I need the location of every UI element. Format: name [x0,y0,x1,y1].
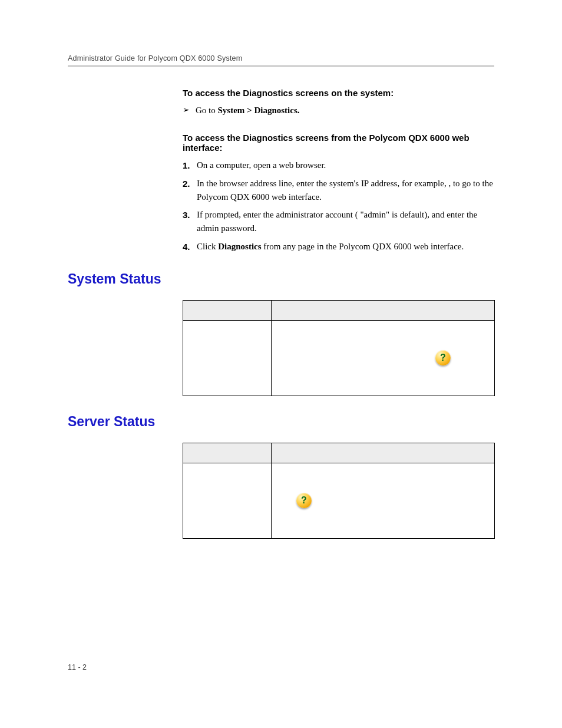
help-icon: ? [296,493,312,508]
step-number: 4. [183,240,197,253]
table-header-cell [183,443,272,463]
table-header-row [183,300,495,320]
procedure-2-list: 1. On a computer, open a web browser. 2.… [183,159,494,253]
table-cell [183,320,272,396]
table-header-row [183,443,495,463]
list-item: 1. On a computer, open a web browser. [183,159,494,172]
table-cell: ? [272,463,495,538]
step-text: If prompted, enter the administrator acc… [197,208,494,236]
server-status-table-wrap: ? [68,443,494,539]
step-4-pre: Click [197,242,218,251]
body-content: To access the Diagnostics screens on the… [68,88,494,253]
menu-path: System > Diagnostics. [218,106,300,115]
diagnostics-link-name: Diagnostics [218,242,261,251]
table-header-cell [272,300,495,320]
table-header-cell [183,300,272,320]
step-number: 2. [183,177,197,205]
list-item: 2. In the browser address line, enter th… [183,177,494,205]
step-text: In the browser address line, enter the s… [197,177,494,205]
procedure-1-step-text: Go to System > Diagnostics. [196,104,494,117]
list-item: 4. Click Diagnostics from any page in th… [183,240,494,253]
table-row: ? [183,320,495,396]
arrow-icon: ➢ [183,104,196,117]
help-icon: ? [435,350,451,365]
step-number: 3. [183,208,197,236]
page-number: 11 - 2 [68,663,87,671]
system-status-table-wrap: ? [68,300,494,396]
table-cell: ? [272,320,495,396]
table-cell [183,463,272,538]
server-status-table: ? [183,443,495,539]
system-status-table: ? [183,300,495,396]
header-divider [68,65,494,67]
step-text: On a computer, open a web browser. [197,159,494,172]
help-icon-container: ? [272,463,494,538]
table-row: ? [183,463,495,538]
system-status-heading: System Status [68,271,494,287]
page-container: Administrator Guide for Polycom QDX 6000… [0,0,562,539]
server-status-heading: Server Status [68,414,494,430]
procedure-1-title: To access the Diagnostics screens on the… [183,88,494,98]
step-4-post: from any page in the Polycom QDX 6000 we… [262,242,464,251]
step-number: 1. [183,159,197,172]
procedure-2-title: To access the Diagnostics screens from t… [183,133,494,153]
running-header: Administrator Guide for Polycom QDX 6000… [68,54,494,62]
step-text: Click Diagnostics from any page in the P… [197,240,494,253]
help-icon-container: ? [272,321,494,396]
table-header-cell [272,443,495,463]
list-item: 3. If prompted, enter the administrator … [183,208,494,236]
step-text-prefix: Go to [196,106,218,115]
step-2a: In the browser address line, enter the s… [197,179,448,188]
procedure-1-step: ➢ Go to System > Diagnostics. [183,104,494,117]
